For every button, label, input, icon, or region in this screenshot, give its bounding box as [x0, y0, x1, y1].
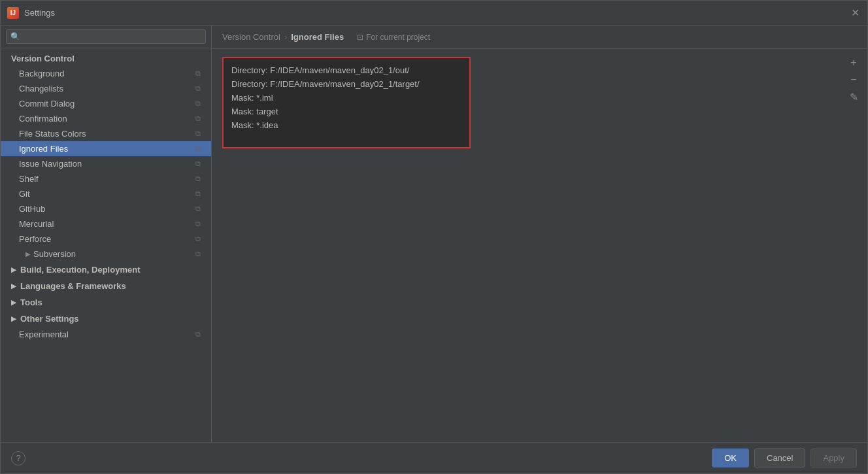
group-label: Other Settings: [20, 314, 79, 324]
search-bar: 🔍: [1, 25, 211, 48]
copy-icon: ⧉: [195, 99, 201, 108]
sidebar-item-confirmation[interactable]: Confirmation ⧉: [1, 111, 211, 126]
version-control-label: Version Control: [11, 54, 75, 63]
sidebar-group-other-settings[interactable]: ▶ Other Settings: [1, 311, 211, 327]
ignored-files-box[interactable]: Directory: F:/IDEA/maven/maven_day02_1/o…: [222, 57, 471, 148]
close-button[interactable]: ✕: [849, 7, 861, 19]
sidebar-item-ignored-files[interactable]: Ignored Files ⧉: [1, 141, 211, 156]
sidebar-label: Mercurial: [19, 219, 54, 229]
sidebar-item-experimental[interactable]: Experimental ⧉: [1, 327, 211, 342]
sidebar-group-build[interactable]: ▶ Build, Execution, Deployment: [1, 262, 211, 278]
sidebar-item-background[interactable]: Background ⧉: [1, 66, 211, 81]
sidebar-item-file-status-colors[interactable]: File Status Colors ⧉: [1, 126, 211, 141]
search-icon: 🔍: [10, 32, 20, 41]
list-item[interactable]: Mask: target: [229, 105, 464, 118]
sidebar-item-git[interactable]: Git ⧉: [1, 186, 211, 201]
sidebar-item-shelf[interactable]: Shelf ⧉: [1, 171, 211, 186]
add-button[interactable]: +: [846, 56, 861, 70]
sidebar-section-version-control[interactable]: Version Control: [1, 51, 211, 66]
sidebar: 🔍 Version Control Background ⧉ Changelis…: [1, 25, 212, 442]
window-title: Settings: [24, 8, 849, 18]
sidebar-item-perforce[interactable]: Perforce ⧉: [1, 231, 211, 246]
sidebar-item-changelists[interactable]: Changelists ⧉: [1, 81, 211, 96]
list-item[interactable]: Directory: F:/IDEA/maven/maven_day02_1/o…: [229, 63, 464, 77]
sidebar-item-commit-dialog[interactable]: Commit Dialog ⧉: [1, 96, 211, 111]
expand-arrow: ▶: [11, 315, 16, 322]
sidebar-item-github[interactable]: GitHub ⧉: [1, 201, 211, 216]
sidebar-label: Issue Navigation: [19, 159, 82, 169]
expand-arrow: ▶: [11, 266, 16, 273]
sidebar-label: Ignored Files: [19, 144, 68, 154]
list-item[interactable]: Directory: F:/IDEA/maven/maven_day02_1/t…: [229, 77, 464, 91]
project-badge-text: For current project: [366, 33, 430, 42]
copy-icon: ⧉: [195, 129, 201, 138]
sidebar-label: File Status Colors: [19, 129, 86, 139]
ignored-file-text: Mask: *.iml: [231, 93, 273, 103]
search-input[interactable]: [24, 32, 201, 41]
panel-body: Directory: F:/IDEA/maven/maven_day02_1/o…: [212, 49, 867, 442]
expand-arrow: ▶: [11, 282, 16, 290]
ignored-file-text: Directory: F:/IDEA/maven/maven_day02_1/t…: [231, 79, 420, 89]
copy-icon: ⧉: [195, 190, 201, 198]
sidebar-label: Git: [19, 189, 30, 199]
right-actions: + − ✎: [846, 56, 861, 104]
copy-icon: ⧉: [195, 330, 201, 339]
sidebar-group-languages[interactable]: ▶ Languages & Frameworks: [1, 278, 211, 294]
copy-icon: ⧉: [195, 235, 201, 243]
ok-button[interactable]: OK: [712, 449, 749, 467]
copy-icon: ⧉: [195, 250, 201, 258]
breadcrumb: Version Control › Ignored Files: [222, 32, 344, 42]
settings-window: IJ Settings ✕ 🔍 Version Control Backgrou…: [0, 0, 868, 474]
breadcrumb-separator: ›: [284, 32, 287, 42]
sidebar-label: GitHub: [19, 204, 45, 214]
copy-icon: ⧉: [195, 160, 201, 168]
ignored-file-text: Mask: *.idea: [231, 120, 278, 130]
copy-icon: ⧉: [195, 144, 201, 153]
search-wrap[interactable]: 🔍: [6, 29, 206, 44]
sidebar-label: Perforce: [19, 234, 51, 244]
expand-arrow: ▶: [11, 299, 16, 306]
copy-icon: ⧉: [195, 175, 201, 183]
edit-button[interactable]: ✎: [846, 90, 861, 104]
group-label: Build, Execution, Deployment: [20, 265, 140, 275]
list-item[interactable]: Mask: *.iml: [229, 91, 464, 105]
group-label: Tools: [20, 297, 42, 307]
app-icon: IJ: [7, 7, 19, 19]
ignored-file-text: Directory: F:/IDEA/maven/maven_day02_1/o…: [231, 65, 409, 75]
group-label: Languages & Frameworks: [20, 281, 126, 291]
footer-actions: OK Cancel Apply: [712, 449, 857, 467]
sidebar-item-mercurial[interactable]: Mercurial ⧉: [1, 216, 211, 231]
sidebar-label: Experimental: [19, 330, 69, 339]
breadcrumb-parent: Version Control: [222, 32, 280, 42]
copy-icon: ⧉: [195, 69, 201, 78]
cancel-button[interactable]: Cancel: [754, 449, 805, 467]
help-button[interactable]: ?: [11, 451, 25, 466]
copy-icon: ⧉: [195, 84, 201, 93]
sidebar-label: Shelf: [19, 174, 39, 184]
copy-icon: ⧉: [195, 114, 201, 123]
copy-icon: ⧉: [195, 220, 201, 228]
sidebar-label: Subversion: [33, 249, 76, 259]
project-badge: ⊡ For current project: [357, 33, 430, 42]
sidebar-content: Version Control Background ⧉ Changelists…: [1, 48, 211, 442]
sidebar-label: Changelists: [19, 84, 63, 93]
panel-header: Version Control › Ignored Files ⊡ For cu…: [212, 25, 867, 49]
title-bar: IJ Settings ✕: [1, 1, 867, 25]
sidebar-item-subversion[interactable]: ▶ Subversion ⧉: [1, 246, 211, 262]
sidebar-label: Confirmation: [19, 114, 67, 124]
sidebar-label: Background: [19, 69, 64, 78]
sidebar-group-tools[interactable]: ▶ Tools: [1, 294, 211, 311]
ignored-file-text: Mask: target: [231, 107, 278, 116]
main-content: 🔍 Version Control Background ⧉ Changelis…: [1, 25, 867, 442]
sidebar-item-issue-navigation[interactable]: Issue Navigation ⧉: [1, 156, 211, 171]
project-badge-icon: ⊡: [357, 33, 363, 42]
apply-button[interactable]: Apply: [810, 449, 857, 467]
right-panel: Version Control › Ignored Files ⊡ For cu…: [212, 25, 867, 442]
footer: ? OK Cancel Apply: [1, 442, 867, 473]
sidebar-label: Commit Dialog: [19, 99, 75, 109]
copy-icon: ⧉: [195, 205, 201, 213]
list-item[interactable]: Mask: *.idea: [229, 118, 464, 132]
breadcrumb-current: Ignored Files: [291, 32, 344, 42]
remove-button[interactable]: −: [846, 73, 861, 87]
